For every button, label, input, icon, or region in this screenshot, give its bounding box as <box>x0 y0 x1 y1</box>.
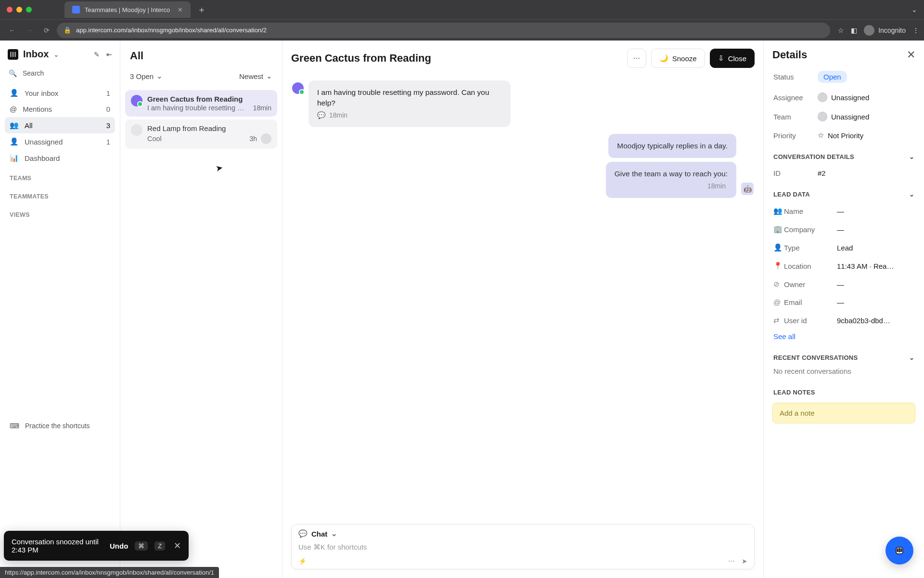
moon-icon: 🌙 <box>659 54 668 63</box>
tab-close-icon[interactable]: ✕ <box>178 6 183 13</box>
collapse-sidebar-icon[interactable]: ⇤ <box>106 51 112 58</box>
address-bar: ← → ⟳ 🔒 app.intercom.com/a/inbox/nnsgmgo… <box>0 19 924 40</box>
details-title: Details <box>772 49 807 61</box>
chat-more-button[interactable]: ⋯ <box>627 49 646 68</box>
lead-value: 9cba02b3-dbd… <box>837 316 890 325</box>
favicon <box>72 6 80 13</box>
window-minimize[interactable] <box>16 7 22 13</box>
key-cmd: ⌘ <box>135 541 148 551</box>
sidebar-item-your-inbox[interactable]: 👤Your inbox1 <box>5 85 115 101</box>
conv-time: 18min <box>253 104 271 112</box>
inbox-title: Inbox <box>23 49 49 60</box>
sidebar-item-all[interactable]: 👥All3 <box>5 117 115 133</box>
chevron-down-icon[interactable]: ⌄ <box>909 191 914 198</box>
lead-value: 11:43 AM · Rea… <box>837 262 894 270</box>
window-zoom[interactable] <box>26 7 32 13</box>
sidebar-item-mentions[interactable]: @Mentions0 <box>5 101 115 117</box>
app-logo-icon[interactable] <box>8 49 18 60</box>
assignee-value[interactable]: Unassigned <box>818 92 869 102</box>
sidebar: Inbox ⌄ ✎ ⇤ 🔍 Search 👤Your inbox1@Mentio… <box>0 41 120 578</box>
conv-name: Red Lamp from Reading <box>147 124 271 132</box>
section-teammates[interactable]: TEAMMATES <box>5 184 115 203</box>
conversation-item[interactable]: Red Lamp from Reading Cool 3h <box>125 119 277 149</box>
nav-back-icon[interactable]: ← <box>5 23 19 38</box>
lead-value: — <box>837 225 844 234</box>
lead-row[interactable]: 👤TypeLead <box>772 238 915 257</box>
owner-icon: ⊘ <box>773 280 784 289</box>
lead-row[interactable]: @Email— <box>772 293 915 311</box>
priority-value[interactable]: ☆Not Priority <box>818 131 863 140</box>
url-field[interactable]: 🔒 app.intercom.com/a/inbox/nnsgmgob/inbo… <box>57 23 830 38</box>
search-row[interactable]: 🔍 Search <box>5 65 115 82</box>
sidebar-item-dashboard[interactable]: 📊Dashboard <box>5 150 115 166</box>
composer-more-icon[interactable]: ⋯ <box>728 557 735 565</box>
details-close-icon[interactable]: ✕ <box>907 49 915 61</box>
nav-count: 1 <box>106 138 110 146</box>
tabs-chevron-icon[interactable]: ⌄ <box>911 6 917 13</box>
chevron-down-icon[interactable]: ⌄ <box>909 354 914 361</box>
lead-key: Type <box>784 244 837 252</box>
window-titlebar: Teammates | Moodjoy | Interco ✕ ＋ ⌄ <box>0 0 924 19</box>
sort-filter[interactable]: Newest ⌄ <box>239 72 272 80</box>
sidebar-item-unassigned[interactable]: 👤Unassigned1 <box>5 133 115 150</box>
team-value[interactable]: Unassigned <box>818 112 869 121</box>
section-teams[interactable]: TEAMS <box>5 166 115 184</box>
note-input[interactable]: Add a note <box>772 403 915 423</box>
chevron-down-icon[interactable]: ⌄ <box>331 529 337 538</box>
snooze-button[interactable]: 🌙 Snooze <box>651 49 705 68</box>
toast-undo[interactable]: Undo <box>110 542 128 550</box>
close-button[interactable]: ⇩ Close <box>710 49 755 68</box>
priority-key: Priority <box>773 131 818 140</box>
bookmark-star-icon[interactable]: ☆ <box>838 26 844 34</box>
list-title: All <box>120 41 282 65</box>
browser-tab[interactable]: Teammates | Moodjoy | Interco ✕ <box>64 1 191 18</box>
toast-close-icon[interactable]: ✕ <box>174 540 181 551</box>
open-filter[interactable]: 3 Open ⌄ <box>130 72 163 80</box>
status-badge[interactable]: Open <box>818 71 847 83</box>
lead-row[interactable]: ⊘Owner— <box>772 275 915 293</box>
archive-icon: ⇩ <box>718 54 724 63</box>
lead-key: Company <box>784 225 837 234</box>
chevron-down-icon[interactable]: ⌄ <box>909 153 914 160</box>
people-icon: 👥 <box>10 121 19 130</box>
section-views[interactable]: VIEWS <box>5 203 115 221</box>
extensions-icon[interactable]: ◧ <box>851 26 857 34</box>
lead-value: — <box>837 298 844 306</box>
lead-row[interactable]: 👥Name— <box>772 202 915 220</box>
lead-key: Email <box>784 298 837 306</box>
chat-pane: Green Cactus from Reading ⋯ 🌙 Snooze ⇩ C… <box>282 41 764 578</box>
inbox-chevron-icon[interactable]: ⌄ <box>53 51 59 58</box>
search-label: Search <box>23 69 44 77</box>
lead-row[interactable]: 🏢Company— <box>772 220 915 238</box>
conversation-item[interactable]: Green Cactus from Reading I am having tr… <box>125 90 277 117</box>
lead-row[interactable]: ⇄User id9cba02b3-dbd… <box>772 311 915 329</box>
see-all-link[interactable]: See all <box>772 329 915 345</box>
composer[interactable]: 💬 Chat ⌄ Use ⌘K for shortcuts ⚡ ⋯ ➤ <box>291 524 755 569</box>
sort-label: Newest <box>239 72 263 80</box>
message-time: 18min <box>707 182 728 191</box>
window-close[interactable] <box>7 7 13 13</box>
key-z: Z <box>154 541 165 551</box>
shortcuts-label: Practice the shortcuts <box>25 422 90 430</box>
kebab-menu-icon[interactable]: ⋮ <box>912 26 919 34</box>
incoming-message: I am having trouble resetting my passwor… <box>308 80 511 127</box>
unassigned-icon <box>818 112 827 121</box>
nav-label: Your inbox <box>25 89 58 97</box>
send-icon[interactable]: ➤ <box>742 557 747 565</box>
compose-icon[interactable]: ✎ <box>94 51 100 58</box>
chat-mode-icon: 💬 <box>298 529 308 538</box>
conv-name: Green Cactus from Reading <box>147 95 271 103</box>
practice-shortcuts[interactable]: ⌨ Practice the shortcuts <box>5 418 115 434</box>
keyboard-icon: ⌨ <box>10 422 19 430</box>
lead-row[interactable]: 📍Location11:43 AM · Rea… <box>772 257 915 275</box>
bolt-icon[interactable]: ⚡ <box>298 557 307 565</box>
composer-input[interactable]: Use ⌘K for shortcuts <box>298 541 747 557</box>
close-label: Close <box>728 54 746 63</box>
tab-title: Teammates | Moodjoy | Interco <box>85 6 170 13</box>
incognito-label: Incognito <box>878 26 906 34</box>
message-text: Give the team a way to reach you: <box>615 169 728 179</box>
lead-value: — <box>837 280 844 289</box>
reload-icon[interactable]: ⟳ <box>39 23 54 38</box>
intercom-launcher[interactable] <box>886 537 913 565</box>
new-tab-button[interactable]: ＋ <box>197 4 206 15</box>
